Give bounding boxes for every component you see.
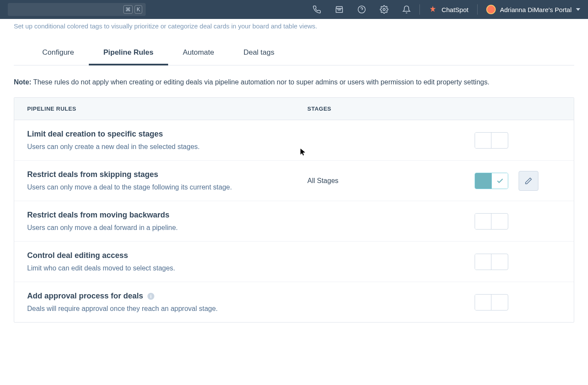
rule-title: Restrict deals from skipping stages [27, 170, 307, 179]
svg-point-2 [383, 9, 385, 11]
avatar [486, 5, 496, 14]
tab-pipeline-rules[interactable]: Pipeline Rules [89, 41, 168, 65]
header-stages: STAGES [307, 106, 475, 112]
header-rules: PIPELINE RULES [27, 106, 307, 112]
table-row: Restrict deals from skipping stages User… [14, 161, 574, 201]
table-header: PIPELINE RULES STAGES [14, 98, 574, 120]
check-icon [491, 173, 508, 189]
help-icon[interactable] [357, 5, 366, 14]
portal-label: Adrianna DiMare's Portal [500, 6, 572, 13]
svg-point-0 [358, 6, 366, 13]
table-row: Control deal editing access Limit who ca… [14, 242, 574, 282]
note-body: These rules do not apply when creating o… [31, 78, 490, 86]
kbd-k-icon: K [134, 5, 142, 14]
chatspot-button[interactable]: ChatSpot [428, 5, 469, 14]
chevron-down-icon [576, 8, 580, 11]
chatspot-label: ChatSpot [441, 6, 469, 13]
rule-title-text: Add approval process for deals [27, 292, 143, 301]
rule-title: Control deal editing access [27, 251, 307, 260]
table-row: Add approval process for deals i Deals w… [14, 282, 574, 322]
tab-deal-tags[interactable]: Deal tags [229, 41, 289, 65]
tabs: Configure Pipeline Rules Automate Deal t… [14, 41, 574, 65]
divider [477, 4, 478, 15]
table-row: Restrict deals from moving backwards Use… [14, 201, 574, 242]
rule-desc: Users can only move a deal forward in a … [27, 224, 307, 232]
notifications-icon[interactable] [402, 5, 411, 14]
pipeline-rules-table: PIPELINE RULES STAGES Limit deal creatio… [14, 97, 574, 323]
chatspot-icon [428, 5, 437, 14]
page-description: Set up conditional colored tags to visua… [14, 22, 328, 31]
portal-switcher[interactable]: Adrianna DiMare's Portal [486, 5, 580, 14]
rule-toggle[interactable] [475, 254, 508, 270]
divider [419, 4, 420, 15]
tab-configure[interactable]: Configure [28, 41, 89, 65]
table-row: Limit deal creation to specific stages U… [14, 120, 574, 161]
page-content: Set up conditional colored tags to visua… [0, 19, 588, 323]
rule-desc: Deals will require approval once they re… [27, 305, 307, 313]
rule-title: Restrict deals from moving backwards [27, 211, 307, 220]
rule-toggle[interactable] [475, 173, 508, 189]
topnav-icons [313, 5, 411, 14]
marketplace-icon[interactable] [335, 5, 344, 14]
phone-icon[interactable] [313, 5, 321, 14]
rule-title: Limit deal creation to specific stages [27, 130, 307, 139]
rule-desc: Limit who can edit deals moved to select… [27, 264, 307, 272]
pencil-icon [525, 177, 532, 185]
rule-toggle[interactable] [475, 213, 508, 230]
tab-automate[interactable]: Automate [168, 41, 229, 65]
kbd-cmd-icon: ⌘ [123, 5, 133, 14]
rule-toggle[interactable] [475, 294, 508, 310]
settings-icon[interactable] [380, 5, 388, 14]
info-icon[interactable]: i [147, 293, 154, 300]
top-navigation: ⌘ K ChatSpot Adrianna DiMare's Portal [0, 0, 588, 19]
edit-button[interactable] [519, 171, 538, 191]
note-label: Note: [14, 78, 31, 86]
global-search[interactable]: ⌘ K [8, 3, 146, 16]
rule-desc: Users can only move a deal to the stage … [27, 183, 307, 191]
rule-stage: All Stages [307, 177, 475, 185]
rule-desc: Users can only create a new deal in the … [27, 143, 307, 151]
note-text: Note: These rules do not apply when crea… [14, 78, 574, 87]
rule-title: Add approval process for deals i [27, 292, 307, 301]
rule-toggle[interactable] [475, 132, 508, 149]
